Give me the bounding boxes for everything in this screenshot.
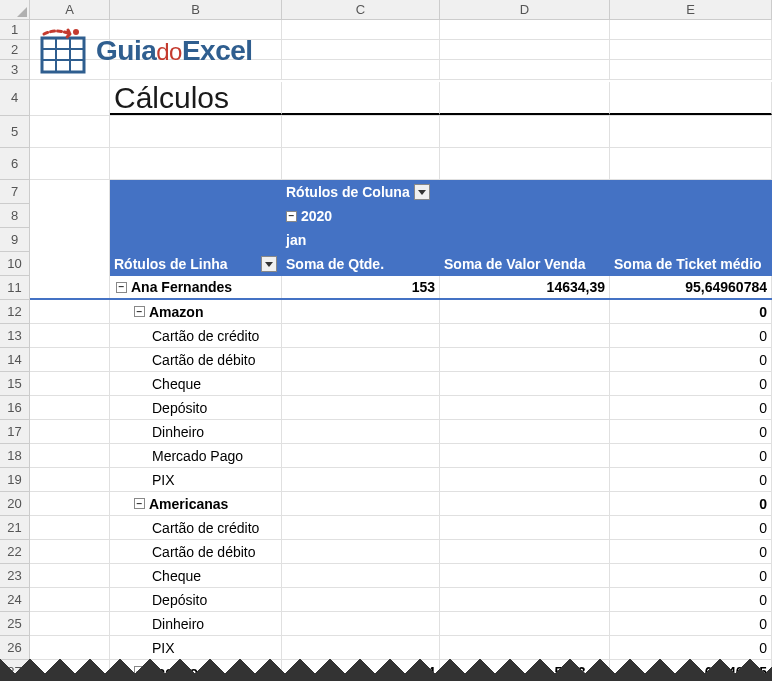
pivot-header-ticket[interactable]: Soma de Ticket médio (610, 252, 772, 276)
cell-a17[interactable] (30, 420, 110, 443)
cell-e12[interactable]: 0 (610, 300, 772, 323)
row-header-2[interactable]: 2 (0, 40, 29, 60)
cell-e15[interactable]: 0 (610, 372, 772, 395)
cell-b6[interactable] (110, 148, 282, 179)
row-header-25[interactable]: 25 (0, 612, 29, 636)
cell-b9[interactable] (110, 228, 282, 252)
col-header-d[interactable]: D (440, 0, 610, 19)
row-header-17[interactable]: 17 (0, 420, 29, 444)
row-5[interactable] (30, 116, 772, 148)
row-header-22[interactable]: 22 (0, 540, 29, 564)
cell-c16[interactable] (282, 396, 440, 419)
cell-b8[interactable] (110, 204, 282, 228)
row-17[interactable]: Dinheiro0 (30, 420, 772, 444)
cell-a10[interactable] (30, 252, 110, 276)
pivot-row-item[interactable]: −Amazon (110, 300, 282, 323)
cell-e1[interactable] (610, 20, 772, 39)
pivot-row-item[interactable]: Cartão de crédito (110, 516, 282, 539)
row-header-24[interactable]: 24 (0, 588, 29, 612)
pivot-row-item[interactable]: Cheque (110, 372, 282, 395)
row-header-23[interactable]: 23 (0, 564, 29, 588)
row-header-21[interactable]: 21 (0, 516, 29, 540)
row-header-12[interactable]: 12 (0, 300, 29, 324)
cell-a7[interactable] (30, 180, 110, 204)
cell-e3[interactable] (610, 60, 772, 79)
cell-c14[interactable] (282, 348, 440, 371)
cell-d18[interactable] (440, 444, 610, 467)
cell-d9[interactable] (440, 228, 610, 252)
pivot-month[interactable]: jan (282, 228, 440, 252)
collapse-icon[interactable]: − (134, 306, 145, 317)
cell-e22[interactable]: 0 (610, 540, 772, 563)
cell-e16[interactable]: 0 (610, 396, 772, 419)
cell-d11[interactable]: 14634,39 (440, 276, 610, 298)
cell-c13[interactable] (282, 324, 440, 347)
cell-d12[interactable] (440, 300, 610, 323)
pivot-row-item[interactable]: Cartão de débito (110, 540, 282, 563)
cell-e6[interactable] (610, 148, 772, 179)
pivot-row-item[interactable]: Depósito (110, 396, 282, 419)
cell-d14[interactable] (440, 348, 610, 371)
row-7[interactable]: Rótulos de Coluna (30, 180, 772, 204)
pivot-column-labels[interactable]: Rótulos de Coluna (282, 180, 440, 204)
cell-a25[interactable] (30, 612, 110, 635)
row-23[interactable]: Cheque0 (30, 564, 772, 588)
cell-e9[interactable] (610, 228, 772, 252)
cell-d15[interactable] (440, 372, 610, 395)
cell-a22[interactable] (30, 540, 110, 563)
col-header-c[interactable]: C (282, 0, 440, 19)
cell-c2[interactable] (282, 40, 440, 59)
cell-e11[interactable]: 95,64960784 (610, 276, 772, 298)
cell-e20[interactable]: 0 (610, 492, 772, 515)
cell-e23[interactable]: 0 (610, 564, 772, 587)
cell-a4[interactable] (30, 80, 110, 115)
cell-c11[interactable]: 153 (282, 276, 440, 298)
cell-c4[interactable] (282, 82, 440, 115)
pivot-row-labels[interactable]: Rótulos de Linha (110, 252, 282, 276)
row-8[interactable]: − 2020 (30, 204, 772, 228)
cell-a24[interactable] (30, 588, 110, 611)
cell-c15[interactable] (282, 372, 440, 395)
cell-c12[interactable] (282, 300, 440, 323)
row-header-10[interactable]: 10 (0, 252, 29, 276)
pivot-row-item[interactable]: Dinheiro (110, 420, 282, 443)
cell-c6[interactable] (282, 148, 440, 179)
row-header-5[interactable]: 5 (0, 116, 29, 148)
cell-a23[interactable] (30, 564, 110, 587)
col-header-b[interactable]: B (110, 0, 282, 19)
cell-c23[interactable] (282, 564, 440, 587)
cell-a9[interactable] (30, 228, 110, 252)
row-header-11[interactable]: 11 (0, 276, 29, 300)
row-12[interactable]: −Amazon0 (30, 300, 772, 324)
row-25[interactable]: Dinheiro0 (30, 612, 772, 636)
cell-d20[interactable] (440, 492, 610, 515)
cell-a21[interactable] (30, 516, 110, 539)
row-10[interactable]: Rótulos de Linha Soma de Qtde. Soma de V… (30, 252, 772, 276)
row-4[interactable]: Cálculos (30, 80, 772, 116)
cell-d5[interactable] (440, 116, 610, 147)
row-21[interactable]: Cartão de crédito0 (30, 516, 772, 540)
cell-a16[interactable] (30, 396, 110, 419)
cell-e7[interactable] (610, 180, 772, 204)
collapse-icon[interactable]: − (134, 498, 145, 509)
cell-e4[interactable] (610, 82, 772, 115)
row-13[interactable]: Cartão de crédito0 (30, 324, 772, 348)
cell-b7[interactable] (110, 180, 282, 204)
cell-d22[interactable] (440, 540, 610, 563)
cell-d2[interactable] (440, 40, 610, 59)
cell-c3[interactable] (282, 60, 440, 79)
collapse-icon[interactable]: − (286, 211, 297, 222)
cell-a5[interactable] (30, 116, 110, 147)
row-11[interactable]: −Ana Fernandes15314634,3995,64960784 (30, 276, 772, 300)
cell-a12[interactable] (30, 300, 110, 323)
row-header-14[interactable]: 14 (0, 348, 29, 372)
cell-c19[interactable] (282, 468, 440, 491)
cell-a15[interactable] (30, 372, 110, 395)
row-15[interactable]: Cheque0 (30, 372, 772, 396)
row-header-18[interactable]: 18 (0, 444, 29, 468)
cell-e5[interactable] (610, 116, 772, 147)
row-14[interactable]: Cartão de débito0 (30, 348, 772, 372)
cell-d21[interactable] (440, 516, 610, 539)
cell-b4[interactable]: Cálculos (110, 82, 282, 115)
cell-a6[interactable] (30, 148, 110, 179)
